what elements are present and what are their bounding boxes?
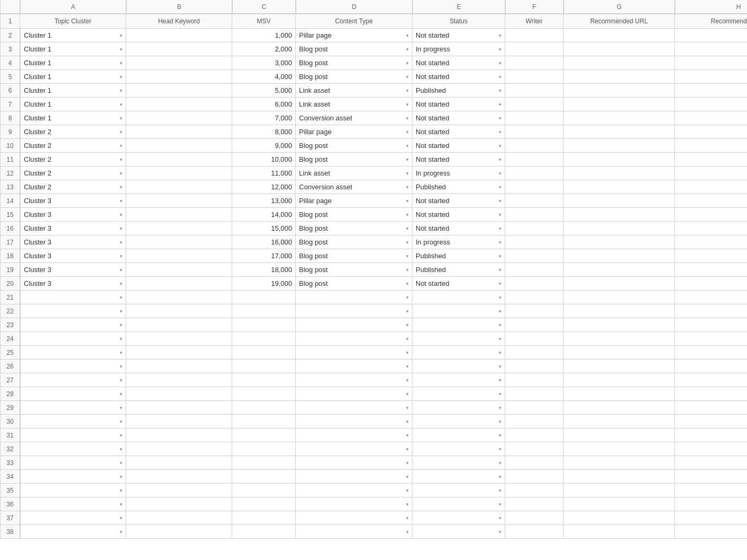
cell-19-head-keyword[interactable] [126, 263, 232, 277]
cell-17-recommended-url[interactable] [564, 235, 675, 249]
cell-7-msv[interactable]: 6,000 [232, 98, 296, 111]
cell-36-head-keyword[interactable] [126, 497, 232, 511]
cell-26-recommended-url[interactable] [564, 360, 675, 373]
cell-29-content-type[interactable]: ▾ [296, 401, 412, 415]
cell-20-content-type[interactable]: Blog post▾ [296, 277, 412, 291]
cell-33-topic-cluster[interactable]: ▾ [20, 456, 126, 470]
cell-34-recommended-title[interactable] [675, 470, 747, 484]
cell-38-msv[interactable] [232, 525, 296, 539]
cell-32-topic-cluster[interactable]: ▾ [20, 442, 126, 456]
cell-19-topic-cluster[interactable]: Cluster 3▾ [20, 263, 126, 277]
cell-12-head-keyword[interactable] [126, 167, 232, 180]
cell-9-status[interactable]: Not started▾ [412, 125, 505, 139]
cell-16-msv[interactable]: 15,000 [232, 222, 296, 235]
cell-29-head-keyword[interactable] [126, 401, 232, 415]
cell-5-topic-cluster[interactable]: Cluster 1▾ [20, 70, 126, 84]
cell-7-content-type[interactable]: Link asset▾ [296, 98, 412, 111]
cell-36-recommended-title[interactable] [675, 497, 747, 511]
cell-2-head-keyword[interactable] [126, 29, 232, 42]
cell-29-msv[interactable] [232, 401, 296, 415]
cell-12-topic-cluster[interactable]: Cluster 2▾ [20, 167, 126, 180]
cell-37-content-type[interactable]: ▾ [296, 511, 412, 525]
cell-13-writer[interactable] [505, 180, 564, 194]
cell-37-recommended-title[interactable] [675, 511, 747, 525]
cell-18-msv[interactable]: 17,000 [232, 249, 296, 263]
cell-6-head-keyword[interactable] [126, 84, 232, 98]
cell-15-recommended-title[interactable] [675, 208, 747, 222]
cell-25-msv[interactable] [232, 346, 296, 360]
cell-8-topic-cluster[interactable]: Cluster 1▾ [20, 111, 126, 125]
cell-16-recommended-title[interactable] [675, 222, 747, 235]
cell-23-topic-cluster[interactable]: ▾ [20, 318, 126, 332]
cell-25-content-type[interactable]: ▾ [296, 346, 412, 360]
cell-12-content-type[interactable]: Link asset▾ [296, 167, 412, 180]
cell-2-content-type[interactable]: Pillar page▾ [296, 29, 412, 42]
cell-3-msv[interactable]: 2,000 [232, 42, 296, 56]
cell-20-status[interactable]: Not started▾ [412, 277, 505, 291]
cell-4-recommended-url[interactable] [564, 56, 675, 70]
cell-35-topic-cluster[interactable]: ▾ [20, 484, 126, 497]
cell-34-msv[interactable] [232, 470, 296, 484]
cell-5-recommended-title[interactable] [675, 70, 747, 84]
cell-33-msv[interactable] [232, 456, 296, 470]
cell-14-writer[interactable] [505, 194, 564, 208]
cell-11-recommended-url[interactable] [564, 153, 675, 167]
cell-38-recommended-title[interactable] [675, 525, 747, 539]
cell-8-status[interactable]: Not started▾ [412, 111, 505, 125]
cell-6-content-type[interactable]: Link asset▾ [296, 84, 412, 98]
cell-33-recommended-url[interactable] [564, 456, 675, 470]
cell-18-content-type[interactable]: Blog post▾ [296, 249, 412, 263]
cell-9-head-keyword[interactable] [126, 125, 232, 139]
cell-8-writer[interactable] [505, 111, 564, 125]
cell-33-recommended-title[interactable] [675, 456, 747, 470]
cell-10-recommended-title[interactable] [675, 139, 747, 153]
cell-22-status[interactable]: ▾ [412, 304, 505, 318]
cell-26-head-keyword[interactable] [126, 360, 232, 373]
cell-14-msv[interactable]: 13,000 [232, 194, 296, 208]
cell-23-status[interactable]: ▾ [412, 318, 505, 332]
cell-7-status[interactable]: Not started▾ [412, 98, 505, 111]
cell-11-writer[interactable] [505, 153, 564, 167]
cell-37-topic-cluster[interactable]: ▾ [20, 511, 126, 525]
cell-27-writer[interactable] [505, 373, 564, 387]
cell-33-writer[interactable] [505, 456, 564, 470]
cell-22-head-keyword[interactable] [126, 304, 232, 318]
cell-29-topic-cluster[interactable]: ▾ [20, 401, 126, 415]
cell-10-writer[interactable] [505, 139, 564, 153]
cell-20-topic-cluster[interactable]: Cluster 3▾ [20, 277, 126, 291]
cell-33-head-keyword[interactable] [126, 456, 232, 470]
cell-21-recommended-title[interactable] [675, 291, 747, 304]
cell-19-recommended-url[interactable] [564, 263, 675, 277]
cell-11-msv[interactable]: 10,000 [232, 153, 296, 167]
cell-35-content-type[interactable]: ▾ [296, 484, 412, 497]
cell-7-writer[interactable] [505, 98, 564, 111]
cell-35-head-keyword[interactable] [126, 484, 232, 497]
cell-15-status[interactable]: Not started▾ [412, 208, 505, 222]
cell-11-head-keyword[interactable] [126, 153, 232, 167]
cell-19-writer[interactable] [505, 263, 564, 277]
cell-6-msv[interactable]: 5,000 [232, 84, 296, 98]
cell-28-recommended-title[interactable] [675, 387, 747, 401]
cell-28-content-type[interactable]: ▾ [296, 387, 412, 401]
cell-26-content-type[interactable]: ▾ [296, 360, 412, 373]
cell-5-writer[interactable] [505, 70, 564, 84]
cell-12-writer[interactable] [505, 167, 564, 180]
cell-5-status[interactable]: Not started▾ [412, 70, 505, 84]
cell-4-topic-cluster[interactable]: Cluster 1▾ [20, 56, 126, 70]
cell-28-head-keyword[interactable] [126, 387, 232, 401]
cell-17-topic-cluster[interactable]: Cluster 3▾ [20, 235, 126, 249]
cell-37-msv[interactable] [232, 511, 296, 525]
cell-21-topic-cluster[interactable]: ▾ [20, 291, 126, 304]
cell-30-content-type[interactable]: ▾ [296, 415, 412, 428]
cell-14-topic-cluster[interactable]: Cluster 3▾ [20, 194, 126, 208]
cell-38-writer[interactable] [505, 525, 564, 539]
cell-38-content-type[interactable]: ▾ [296, 525, 412, 539]
cell-6-recommended-title[interactable] [675, 84, 747, 98]
cell-28-msv[interactable] [232, 387, 296, 401]
cell-11-recommended-title[interactable] [675, 153, 747, 167]
cell-5-head-keyword[interactable] [126, 70, 232, 84]
cell-25-recommended-title[interactable] [675, 346, 747, 360]
cell-17-head-keyword[interactable] [126, 235, 232, 249]
cell-32-recommended-title[interactable] [675, 442, 747, 456]
cell-16-recommended-url[interactable] [564, 222, 675, 235]
